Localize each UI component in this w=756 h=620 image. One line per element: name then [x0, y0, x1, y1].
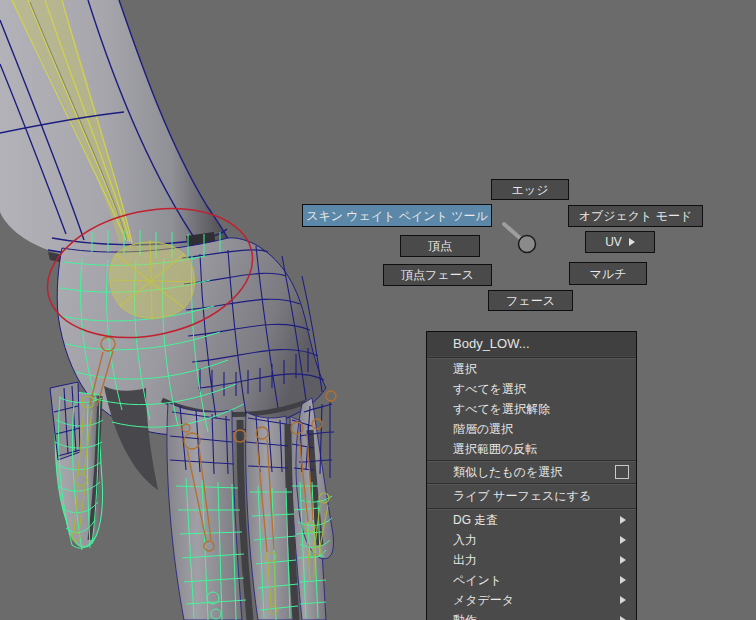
context-menu-item-select-all[interactable]: すべてを選択 — [427, 379, 636, 399]
submenu-arrow-icon — [620, 536, 626, 544]
submenu-arrow-icon — [620, 576, 626, 584]
marking-menu-label: UV — [605, 236, 622, 248]
context-menu-item-invert-selection[interactable]: 選択範囲の反転 — [427, 439, 636, 459]
context-menu-item-label: 出力 — [453, 553, 477, 567]
marking-menu-item-object-mode[interactable]: オブジェクト モード — [568, 205, 703, 227]
context-menu-item-label: 入力 — [453, 533, 477, 547]
index-finger — [167, 402, 242, 620]
marking-menu-item-edge[interactable]: エッジ — [491, 179, 569, 200]
context-menu-item-actions[interactable]: 動作 — [427, 610, 636, 620]
viewport-3d[interactable] — [0, 0, 756, 620]
marking-menu-item-face[interactable]: フェース — [488, 290, 573, 311]
context-menu-item-select[interactable]: 選択 — [427, 359, 636, 379]
context-menu-item-metadata[interactable]: メタデータ — [427, 590, 636, 610]
menu-separator — [427, 508, 636, 509]
submenu-arrow-icon — [620, 596, 626, 604]
context-menu-item-outputs[interactable]: 出力 — [427, 550, 636, 570]
gesture-cursor-dot — [519, 236, 536, 253]
context-menu-item-select-similar[interactable]: 類似したものを選択 — [427, 462, 636, 482]
submenu-arrow-icon — [629, 238, 635, 246]
gesture-stroke — [504, 224, 536, 253]
context-menu-item-label: ペイント — [453, 573, 502, 587]
context-menu-item-select-hierarchy[interactable]: 階層の選択 — [427, 419, 636, 439]
context-menu-item-paint[interactable]: ペイント — [427, 570, 636, 590]
marking-menu-label: スキン ウェイト ペイント ツール — [306, 210, 488, 222]
context-menu-item-dg-traversal[interactable]: DG 走査 — [427, 510, 636, 530]
hand-mesh — [0, 0, 336, 620]
context-menu-item-label: 動作 — [453, 613, 477, 620]
marking-menu-item-vertex-face[interactable]: 頂点フェース — [383, 264, 492, 286]
context-menu-item-deselect-all[interactable]: すべてを選択解除 — [427, 399, 636, 419]
context-menu-item-make-live-surface[interactable]: ライブ サーフェスにする — [427, 485, 636, 507]
marking-menu-label: フェース — [506, 295, 555, 307]
context-menu: Body_LOW... 選択 すべてを選択 すべてを選択解除 階層の選択 選択範… — [426, 331, 637, 620]
marking-menu-item-uv[interactable]: UV — [585, 231, 655, 253]
maya-viewport-window: エッジ スキン ウェイト ペイント ツール オブジェクト モード 頂点 UV 頂… — [0, 0, 756, 620]
marking-menu-label: 頂点 — [428, 240, 452, 252]
submenu-arrow-icon — [620, 616, 626, 620]
marking-menu-label: エッジ — [512, 184, 549, 196]
submenu-arrow-icon — [620, 516, 626, 524]
menu-separator — [427, 357, 636, 358]
context-menu-item-label: 類似したものを選択 — [453, 465, 562, 479]
marking-menu-item-vertex[interactable]: 頂点 — [400, 235, 480, 257]
submenu-arrow-icon — [620, 556, 626, 564]
menu-separator — [427, 460, 636, 461]
marking-menu-label: マルチ — [590, 268, 627, 280]
marking-menu-label: 頂点フェース — [401, 269, 474, 281]
option-box-icon[interactable] — [615, 465, 629, 479]
menu-separator — [427, 483, 636, 484]
context-menu-item-label: メタデータ — [453, 593, 514, 607]
context-menu-item-label: DG 走査 — [453, 513, 498, 527]
marking-menu-label: オブジェクト モード — [579, 210, 693, 222]
context-menu-item-inputs[interactable]: 入力 — [427, 530, 636, 550]
context-menu-title: Body_LOW... — [427, 332, 636, 356]
marking-menu-item-skin-weight-paint-tool[interactable]: スキン ウェイト ペイント ツール — [302, 204, 492, 227]
marking-menu-item-multi[interactable]: マルチ — [569, 262, 647, 285]
